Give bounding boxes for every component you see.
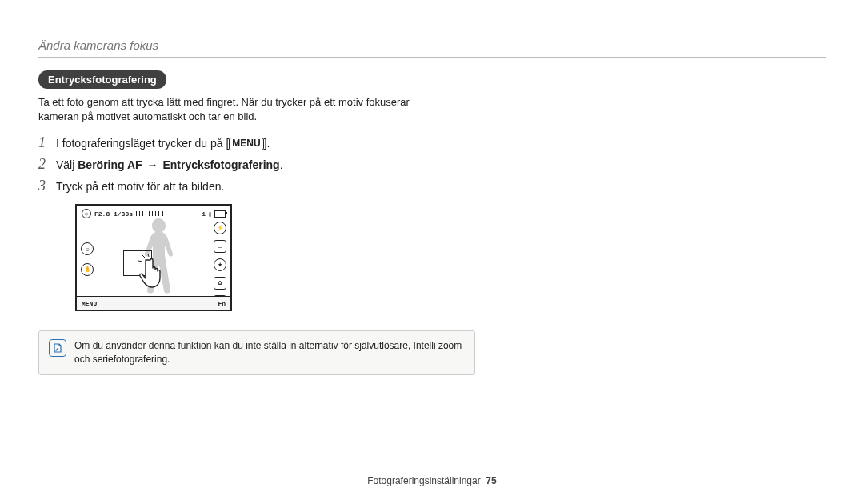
touch-hand-icon <box>138 254 173 289</box>
step-list: 1 I fotograferingsläget trycker du på [M… <box>38 134 454 194</box>
mode-icon: ◐ <box>82 209 91 218</box>
page-header: Ändra kamerans fokus <box>38 38 826 52</box>
step-1-text: I fotograferingsläget trycker du på [MEN… <box>56 137 454 151</box>
step-2-bold-1: Beröring AF <box>78 158 142 171</box>
step-number: 2 <box>38 156 56 173</box>
stabilizer-icon: ✿ <box>214 277 226 290</box>
section-pill: Entrycksfotografering <box>38 70 166 89</box>
section-intro: Ta ett foto genom att trycka lätt med fi… <box>38 95 422 123</box>
step-3: 3 Tryck på ett motiv för att ta bilden. <box>38 178 454 194</box>
step-3-text: Tryck på ett motiv för att ta bilden. <box>56 180 454 193</box>
sd-card-icon: ▯ <box>208 210 212 218</box>
step-1-suffix: ]. <box>264 137 270 150</box>
note-icon <box>49 339 66 357</box>
footer-page-number: 75 <box>486 475 496 486</box>
flash-icon: ⚡ <box>214 222 226 234</box>
arrow-icon: → <box>146 158 160 171</box>
header-divider <box>38 57 826 58</box>
step-number: 3 <box>38 178 56 194</box>
menu-button-label: MENU <box>229 138 263 150</box>
exposure-readout: F2.8 1/30s <box>94 210 133 218</box>
step-2-prefix: Välj <box>56 158 78 171</box>
image-size-icon: ▭ <box>214 240 226 253</box>
step-2: 2 Välj Beröring AF → Entrycksfotograferi… <box>38 156 454 173</box>
page-footer: Fotograferingsinställningar 75 <box>0 475 864 486</box>
shot-count: 1 <box>202 210 206 218</box>
footer-section: Fotograferingsinställningar <box>367 475 480 486</box>
touch-shot-icon: ✋ <box>81 263 94 276</box>
step-2-suffix: . <box>280 158 283 171</box>
step-2-bold-2: Entrycksfotografering <box>162 158 279 171</box>
note-box: Om du använder denna funktion kan du int… <box>38 330 475 375</box>
battery-icon <box>214 210 226 218</box>
step-1: 1 I fotograferingsläget trycker du på [M… <box>38 134 454 151</box>
quality-icon: ★ <box>214 258 226 271</box>
lcd-fn-button: Fn <box>213 300 230 307</box>
step-number: 1 <box>38 134 56 151</box>
step-2-text: Välj Beröring AF → Entrycksfotografering… <box>56 158 454 171</box>
camera-lcd-figure: ◐ F2.8 1/30s 1 ▯ ☺ ✋ ⚡ ▭ ★ ✿ ◧ <box>75 204 232 311</box>
lcd-menu-button: MENU <box>77 300 102 307</box>
ev-scale-icon <box>136 211 163 216</box>
note-text: Om du använder denna funktion kan du int… <box>74 339 465 366</box>
face-detect-icon: ☺ <box>81 242 94 255</box>
step-1-prefix: I fotograferingsläget trycker du på [ <box>56 137 229 150</box>
